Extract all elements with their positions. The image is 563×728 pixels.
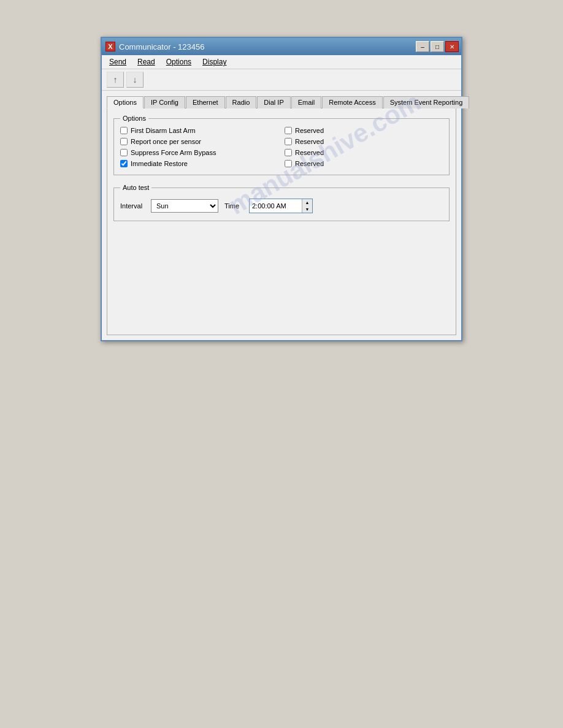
tab-radio[interactable]: Radio (226, 96, 257, 108)
label-report-once: Report once per sensor (131, 138, 201, 145)
time-spinner: ▲ ▼ (302, 199, 312, 213)
window-controls: – □ ✕ (416, 41, 459, 52)
download-button[interactable]: ↓ (126, 72, 144, 88)
autotest-row: Interval Sun Mon Tue Wed Thu Fri Sat Dai… (120, 199, 443, 213)
label-reserved2: Reserved (295, 138, 324, 145)
option-reserved2: Reserved (285, 137, 443, 146)
checkbox-reserved3[interactable] (285, 149, 292, 156)
toolbar: ↑ ↓ (102, 69, 461, 91)
menu-bar: Send Read Options Display (102, 55, 461, 69)
main-window: X Communicator - 123456 – □ ✕ Send Read … (101, 37, 462, 341)
autotest-fieldset: Auto test Interval Sun Mon Tue Wed Thu F… (113, 184, 450, 221)
tab-email[interactable]: Email (291, 96, 322, 108)
tab-ipconfig[interactable]: IP Config (144, 96, 185, 108)
interval-select[interactable]: Sun Mon Tue Wed Thu Fri Sat Daily Weekly (151, 199, 218, 213)
label-reserved3: Reserved (295, 149, 324, 156)
option-reserved4: Reserved (285, 159, 443, 169)
upload-button[interactable]: ↑ (107, 72, 124, 88)
close-button[interactable]: ✕ (445, 41, 459, 52)
tab-ethernet[interactable]: Ethernet (186, 96, 225, 108)
tab-options[interactable]: Options (107, 96, 144, 108)
options-fieldset: Options First Disarm Last Arm Reserved (113, 115, 450, 175)
checkbox-suppress-force[interactable] (120, 149, 128, 156)
label-immediate-restore: Immediate Restore (131, 160, 188, 167)
checkbox-reserved1[interactable] (285, 127, 292, 134)
checkbox-first-disarm[interactable] (120, 127, 128, 134)
title-bar-left: X Communicator - 123456 (105, 42, 204, 51)
minimize-button[interactable]: – (416, 41, 429, 52)
time-spin-down[interactable]: ▼ (302, 206, 312, 213)
checkbox-report-once[interactable] (120, 138, 128, 145)
menu-options[interactable]: Options (161, 56, 196, 67)
label-reserved1: Reserved (295, 127, 324, 134)
option-immediate-restore: Immediate Restore (120, 159, 278, 169)
maximize-button[interactable]: □ (431, 41, 444, 52)
menu-display[interactable]: Display (197, 56, 231, 67)
interval-label: Interval (120, 202, 145, 210)
menu-send[interactable]: Send (104, 56, 131, 67)
checkbox-immediate-restore[interactable] (120, 160, 128, 167)
option-reserved3: Reserved (285, 148, 443, 157)
options-grid: First Disarm Last Arm Reserved Report on… (120, 126, 443, 169)
autotest-legend: Auto test (120, 184, 151, 191)
checkbox-reserved2[interactable] (285, 138, 292, 145)
label-reserved4: Reserved (295, 160, 324, 167)
tab-remoteaccess[interactable]: Remote Access (322, 96, 382, 108)
app-icon: X (105, 42, 115, 51)
options-legend: Options (120, 115, 148, 122)
label-first-disarm: First Disarm Last Arm (131, 127, 196, 134)
window-title: Communicator - 123456 (119, 42, 204, 51)
option-reserved1: Reserved (285, 126, 443, 135)
tab-dialip[interactable]: Dial IP (257, 96, 290, 108)
option-report-once: Report once per sensor (120, 137, 278, 146)
option-suppress-force: Suppress Force Arm Bypass (120, 148, 278, 157)
title-bar: X Communicator - 123456 – □ ✕ (102, 38, 461, 55)
menu-read[interactable]: Read (132, 56, 160, 67)
tab-systemevent[interactable]: System Event Reporting (383, 96, 470, 108)
checkbox-reserved4[interactable] (285, 160, 292, 167)
option-first-disarm: First Disarm Last Arm (120, 126, 278, 135)
tab-bar: Options IP Config Ethernet Radio Dial IP… (107, 96, 456, 108)
time-spin-up[interactable]: ▲ (302, 199, 312, 206)
time-label: Time (224, 202, 243, 210)
content-area: Options IP Config Ethernet Radio Dial IP… (102, 91, 461, 340)
label-suppress-force: Suppress Force Arm Bypass (131, 149, 216, 156)
tab-content-options: manualshive.com Options First Disarm Las… (107, 108, 456, 335)
time-input[interactable] (250, 199, 302, 213)
time-input-wrapper: ▲ ▼ (249, 199, 313, 213)
